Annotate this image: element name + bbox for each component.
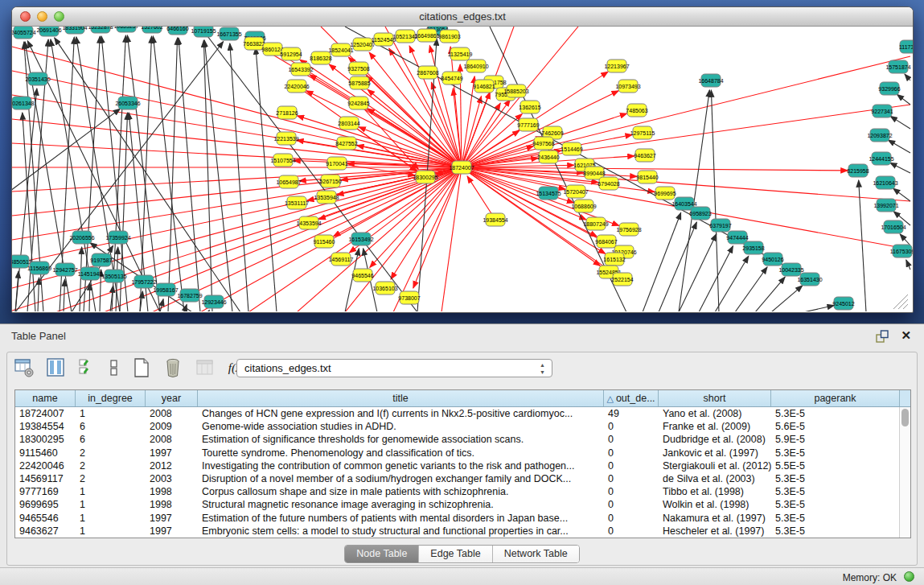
graph-node[interactable]: 1527602 <box>141 27 162 33</box>
graph-node[interactable]: 9463627 <box>634 149 655 162</box>
citation-edge-red[interactable] <box>385 27 462 167</box>
graph-node[interactable]: 19756928 <box>616 223 641 236</box>
table-row[interactable]: 946362711997Embryonic stem cells: a mode… <box>15 525 900 538</box>
table-options-icon[interactable] <box>14 357 35 378</box>
citation-edge[interactable] <box>803 306 834 311</box>
graph-node[interactable]: 11675309 <box>890 245 913 257</box>
graph-node[interactable]: 15107554 <box>270 154 295 167</box>
graph-node[interactable]: 18300295 <box>413 171 437 183</box>
citation-edge-red[interactable] <box>409 46 462 167</box>
graph-node[interactable]: 9815440 <box>636 171 658 183</box>
citation-edge[interactable] <box>15 271 18 311</box>
graph-node[interactable]: 2718126 <box>276 106 298 119</box>
graph-node[interactable]: 8186328 <box>310 51 331 64</box>
graph-node[interactable]: 2436440 <box>537 150 559 163</box>
graph-node[interactable]: 9197587 <box>90 253 112 266</box>
graph-node[interactable]: 17957222 <box>131 275 156 288</box>
citation-edge[interactable] <box>890 116 910 129</box>
citation-edge[interactable] <box>64 279 65 311</box>
graph-node[interactable]: 12213539 <box>273 132 298 145</box>
citation-edge-red[interactable] <box>12 167 462 288</box>
graph-node[interactable]: 8215958 <box>847 164 869 177</box>
table-row[interactable]: 1872400712008Changes of HCN gene express… <box>15 407 900 420</box>
citation-edge-red[interactable] <box>462 167 910 201</box>
graph-node[interactable]: 15134575 <box>536 187 561 200</box>
graph-node[interactable]: 18640910 <box>463 60 488 72</box>
citation-edge[interactable] <box>900 234 910 245</box>
graph-node[interactable]: 2935158 <box>742 241 764 254</box>
graph-node[interactable]: 9329966 <box>878 82 900 95</box>
graph-node[interactable]: 15751874 <box>885 60 910 73</box>
graph-node[interactable]: 9465546 <box>351 269 373 282</box>
graph-node[interactable]: 7485063 <box>626 104 647 117</box>
network-graph[interactable]: 1872400724055724206914061833190415232878… <box>12 27 913 311</box>
graph-node[interactable]: 16649861 <box>414 29 439 42</box>
graph-node[interactable]: 2803144 <box>338 117 359 130</box>
citation-edge[interactable] <box>905 74 910 80</box>
delete-table-icon[interactable] <box>162 357 183 378</box>
table-row[interactable]: 977716911998Corpus callosum shape and si… <box>15 485 900 498</box>
column-header-name[interactable]: name <box>15 390 76 406</box>
network-table-selector[interactable]: citations_edges.txt ▲▼ <box>236 359 552 377</box>
graph-node[interactable]: 16543392 <box>288 63 313 76</box>
graph-node[interactable]: 9684067 <box>595 235 617 248</box>
column-header-year[interactable]: year <box>146 390 198 406</box>
graph-node[interactable]: 9738007 <box>398 291 420 304</box>
graph-node[interactable]: 10688609 <box>571 200 596 212</box>
citation-edge[interactable] <box>711 90 719 311</box>
graph-node[interactable]: 20261348 <box>12 97 35 109</box>
graph-node[interactable]: 20351430 <box>25 72 50 85</box>
window-titlebar[interactable]: citations_edges.txt <box>12 7 913 27</box>
graph-node[interactable]: 12942757 <box>52 263 77 276</box>
graph-node[interactable]: 14569117 <box>329 253 354 266</box>
graph-node[interactable]: 16351430 <box>797 273 822 286</box>
graph-node[interactable]: 9777169 <box>517 118 539 131</box>
graph-node[interactable]: 13505135 <box>101 270 126 282</box>
graph-node[interactable]: 18807249 <box>583 217 608 230</box>
graph-node[interactable]: 15232878 <box>88 27 113 33</box>
graph-node[interactable]: 10653257 <box>113 27 138 32</box>
graph-node[interactable]: 1362615 <box>519 101 540 113</box>
citation-edge[interactable] <box>208 311 209 311</box>
scrollbar-thumb[interactable] <box>901 409 909 426</box>
citation-edge[interactable] <box>859 180 866 311</box>
graph-node[interactable]: 9242845 <box>347 97 369 109</box>
float-panel-icon[interactable] <box>876 330 889 343</box>
citation-edge[interactable] <box>203 40 212 311</box>
vertical-scrollbar[interactable] <box>899 407 910 538</box>
graph-node[interactable]: 1514469 <box>561 142 582 155</box>
table-row[interactable]: 946554611997Estimation of the future num… <box>15 512 900 525</box>
citation-edge[interactable] <box>23 113 35 311</box>
citation-edge[interactable] <box>659 222 696 311</box>
graph-node[interactable]: 10654987 <box>276 175 301 188</box>
citation-edge[interactable] <box>755 277 785 311</box>
graph-node[interactable]: 16153492 <box>348 233 373 245</box>
column-header-in_degree[interactable]: in_degree <box>76 390 146 406</box>
citation-edge[interactable] <box>89 283 90 311</box>
graph-node[interactable]: 1615132 <box>603 253 625 266</box>
graph-node[interactable]: 1117305 <box>899 40 913 53</box>
graph-node[interactable]: 11451948 <box>78 267 103 280</box>
graph-node[interactable]: 12923446 <box>201 295 226 308</box>
graph-node[interactable]: 6466160 <box>166 27 188 35</box>
column-header-short[interactable]: short <box>659 390 771 406</box>
tab-edge-table[interactable]: Edge Table <box>419 546 492 562</box>
table-row[interactable]: 969969511998Structural magnetic resonanc… <box>15 498 900 511</box>
citation-edge[interactable] <box>179 38 200 311</box>
graph-node[interactable]: 19958167 <box>153 283 178 296</box>
tab-network-table[interactable]: Network Table <box>493 546 579 562</box>
column-header-pagerank[interactable]: pagerank <box>771 390 900 406</box>
table-row[interactable]: 1830029562008Estimation of significance … <box>15 433 900 446</box>
citation-edge[interactable] <box>160 299 163 311</box>
graph-node[interactable]: 9245012 <box>832 297 854 310</box>
graph-node[interactable]: 18331904 <box>62 27 87 34</box>
graph-node[interactable]: 11156869 <box>27 262 51 274</box>
column-header-out_de[interactable]: △ out_de... <box>604 390 659 406</box>
citation-edge[interactable] <box>735 267 767 311</box>
citation-edge[interactable] <box>153 36 184 311</box>
graph-node[interactable]: 17359924 <box>105 231 130 244</box>
graph-node[interactable]: 17016504 <box>881 220 906 233</box>
citation-edge[interactable] <box>890 163 910 173</box>
citation-edge-red[interactable] <box>462 114 522 167</box>
graph-node[interactable]: 13531117 <box>285 196 309 209</box>
